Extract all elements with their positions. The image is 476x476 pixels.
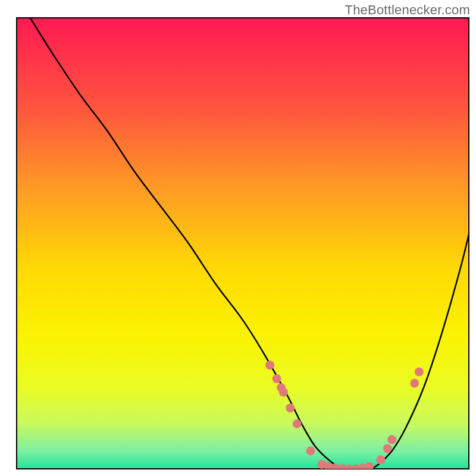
source-caption: TheBottlenecker.com [345, 2, 470, 18]
plot-background [17, 18, 469, 469]
highlight-dot [273, 374, 281, 383]
highlight-dot [286, 403, 295, 412]
highlight-dot [279, 388, 288, 397]
highlight-dot [293, 419, 302, 428]
highlight-dot [387, 435, 396, 444]
highlight-dot [365, 462, 374, 471]
highlight-dot [415, 368, 424, 377]
highlight-dot [265, 361, 274, 369]
highlight-dot [383, 444, 392, 453]
chart-container: TheBottlenecker.com [0, 0, 476, 476]
highlight-dot [306, 446, 315, 455]
bottleneck-chart [0, 0, 476, 476]
highlight-dot [376, 455, 385, 464]
highlight-dot [410, 378, 419, 387]
